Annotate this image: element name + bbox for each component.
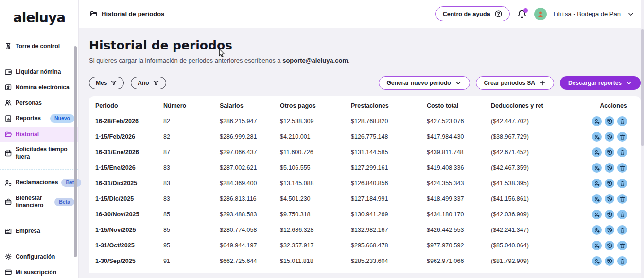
nuevo-badge: Nuevo: [50, 114, 74, 123]
sidebar-item-solicitudes-tiempo-fuera[interactable]: Solicitudes tiempo fuera: [0, 142, 78, 164]
add-person-button[interactable]: [592, 225, 602, 235]
delete-button[interactable]: [617, 241, 627, 250]
year-filter-button[interactable]: Año: [131, 77, 166, 89]
content: Historial de periodos Si quieres cargar …: [79, 38, 644, 273]
column-header: Salarios: [220, 102, 280, 109]
create-sa-periods-button[interactable]: Crear periodos SA: [476, 76, 554, 90]
cell-periodo: 16-31/Ene/2026: [95, 149, 163, 156]
account-chevron-down-icon[interactable]: [627, 11, 634, 17]
generate-period-button[interactable]: Generar nuevo periodo: [379, 76, 470, 90]
table-row: 1-15/Ene/202683$287.002.621$5.106.555$12…: [89, 160, 641, 176]
avatar[interactable]: [534, 8, 547, 20]
row-actions: [592, 163, 641, 173]
delete-button[interactable]: [617, 179, 627, 188]
sidebar-item-liquidar-nómina[interactable]: Liquidar nómina: [0, 64, 78, 80]
add-person-icon: [594, 118, 600, 125]
download-reports-button[interactable]: Descargar reportes: [560, 76, 641, 90]
cell-salarios: $286.215.947: [220, 118, 280, 125]
breadcrumb: Historial de periodos: [89, 10, 164, 18]
history-button[interactable]: [605, 210, 614, 219]
add-person-button[interactable]: [592, 256, 602, 266]
sidebar-scrollbar[interactable]: [74, 46, 77, 257]
add-person-button[interactable]: [592, 241, 602, 250]
delete-button[interactable]: [617, 210, 627, 219]
cell-prestaciones: $130.941.269: [351, 211, 427, 218]
add-person-button[interactable]: [592, 116, 602, 126]
history-button[interactable]: [605, 179, 614, 188]
month-filter-button[interactable]: Mes: [89, 77, 124, 89]
add-person-button[interactable]: [592, 163, 602, 173]
subtitle-period: .: [348, 57, 350, 64]
cell-otros_pagos: $12.538.309: [280, 118, 351, 125]
add-person-button[interactable]: [592, 179, 602, 188]
sidebar-item-mi-suscripción[interactable]: Mi suscripción: [0, 264, 78, 278]
download-reports-label: Descargar reportes: [568, 80, 622, 86]
delete-button[interactable]: [617, 225, 627, 235]
sidebar-item-torre-de-control[interactable]: Torre de control: [0, 38, 78, 54]
app-root: aleluya Torre de controlLiquidar nóminaN…: [0, 0, 644, 278]
delete-button[interactable]: [617, 147, 627, 157]
notifications-bell-icon[interactable]: [517, 9, 527, 19]
sidebar-item-reportes[interactable]: ReportesNuevo: [0, 111, 78, 127]
sidebar-item-reclamaciones[interactable]: ReclamacionesBeta: [0, 175, 78, 191]
column-header: Acciones: [592, 102, 635, 109]
cell-salarios: $662.725.644: [220, 258, 280, 264]
delete-button[interactable]: [617, 116, 627, 126]
cell-numero: 83: [163, 164, 220, 171]
history-button[interactable]: [605, 194, 614, 204]
history-button[interactable]: [605, 132, 614, 142]
history-button[interactable]: [605, 241, 614, 250]
table-header-row: PeriodoNúmeroSalariosOtros pagosPrestaci…: [89, 98, 641, 114]
delete-button[interactable]: [617, 194, 627, 204]
add-person-button[interactable]: [592, 132, 602, 142]
sidebar-item-historial[interactable]: Historial: [0, 127, 78, 142]
notification-dot: [523, 8, 528, 13]
history-button[interactable]: [605, 225, 614, 235]
app-logo: aleluya: [0, 10, 78, 26]
sidebar-item-personas[interactable]: Personas: [0, 95, 78, 111]
cell-prestaciones: $127.184.991: [351, 196, 427, 202]
cell-salarios: $286.999.281: [220, 133, 280, 140]
delete-button[interactable]: [617, 163, 627, 173]
main-scrollbar-thumb[interactable]: [641, 29, 644, 146]
sidebar-item-bienestar-financiero[interactable]: Bienestar financieroBeta: [0, 191, 78, 213]
column-header: Periodo: [95, 102, 163, 109]
page-subtitle: Si quieres cargar la información de perí…: [89, 57, 641, 64]
subtitle-text: Si quieres cargar la información de perí…: [89, 57, 282, 64]
add-person-button[interactable]: [592, 210, 602, 219]
column-header: Otros pagos: [280, 102, 351, 109]
folder-icon: [4, 131, 12, 138]
sidebar-nav: Torre de controlLiquidar nóminaNómina el…: [0, 38, 78, 278]
sidebar-item-empresa[interactable]: Empresa: [0, 223, 78, 239]
delete-button[interactable]: [617, 256, 627, 266]
cell-prestaciones: $126.775.148: [351, 133, 427, 140]
sidebar-item-configuración[interactable]: Configuración: [0, 249, 78, 264]
row-actions: [592, 241, 641, 250]
trash-icon: [619, 212, 626, 218]
page-title: Historial de periodos: [89, 38, 641, 52]
sidebar-item-nómina-electrónica[interactable]: Nómina electrónica: [0, 80, 78, 95]
cell-periodo: 1-15/Dic/2025: [95, 196, 163, 202]
add-person-icon: [594, 212, 600, 218]
sidebar-divider: [0, 244, 78, 244]
sidebar-item-label: Empresa: [16, 228, 40, 235]
sidebar-item-label: Torre de control: [16, 43, 60, 50]
history-button[interactable]: [605, 147, 614, 157]
cell-prestaciones: $131.144.585: [351, 149, 427, 156]
cell-deducciones: ($42.036.909): [491, 211, 592, 218]
sidebar-item-label: Historial: [16, 131, 39, 138]
table-body: 16-28/Feb/202682$286.215.947$12.538.309$…: [89, 114, 641, 269]
add-person-button[interactable]: [592, 194, 602, 204]
history-button[interactable]: [605, 256, 614, 266]
add-person-button[interactable]: [592, 147, 602, 157]
history-button[interactable]: [605, 116, 614, 126]
help-center-label: Centro de ayuda: [443, 11, 490, 17]
cell-numero: 83: [163, 196, 220, 202]
sidebar-item-label: Liquidar nómina: [16, 68, 61, 76]
table-row: 16-31/Dic/202583$284.369.400$13.145.088$…: [89, 176, 641, 191]
sidebar-divider: [0, 218, 78, 218]
history-button[interactable]: [605, 163, 614, 173]
delete-button[interactable]: [617, 132, 627, 142]
trash-icon: [619, 180, 626, 187]
help-center-button[interactable]: Centro de ayuda: [435, 6, 510, 21]
